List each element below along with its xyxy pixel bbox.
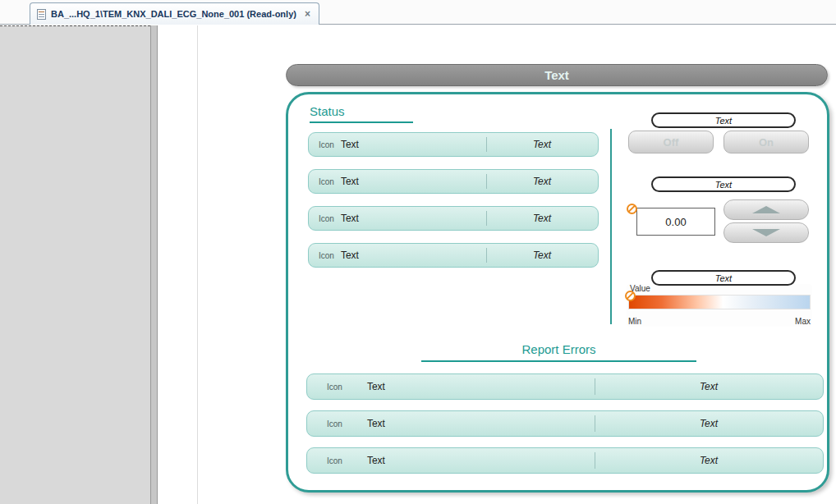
tab-bar: BA_...HQ_1\TEM_KNX_DALI_ECG_None_001 (Re… [0, 0, 836, 25]
up-arrow-icon [752, 206, 780, 213]
status-label: Text [341, 213, 359, 224]
error-icon-placeholder: Icon [327, 383, 342, 392]
error-value: Text [595, 455, 823, 466]
status-row[interactable]: Icon Text Text [308, 206, 599, 231]
down-arrow-icon [752, 229, 780, 236]
status-label: Text [341, 250, 359, 261]
no-entry-icon [627, 204, 637, 214]
template-panel: Status Icon Text Text Icon Text Text Ico… [286, 92, 829, 493]
error-icon-placeholder: Icon [327, 456, 342, 465]
spin-up-button[interactable] [723, 199, 809, 220]
error-label: Text [367, 455, 385, 466]
status-row[interactable]: Icon Text Text [308, 243, 599, 268]
spin-down-button[interactable] [723, 222, 809, 243]
error-row[interactable]: Icon Text Text [306, 373, 824, 400]
error-label: Text [367, 418, 385, 429]
status-heading: Status [310, 104, 345, 118]
report-errors-heading: Report Errors [421, 342, 696, 356]
tab-close-icon[interactable]: × [305, 8, 310, 20]
off-button[interactable]: Off [628, 131, 714, 153]
panel-splitter[interactable] [150, 25, 158, 504]
gradient-bar [628, 295, 811, 309]
template-header: Text [286, 64, 828, 86]
status-label: Text [341, 139, 359, 150]
spinner-value-field[interactable]: 0.00 [636, 208, 715, 236]
gradient-label-pill: Text [651, 270, 796, 286]
spinner-label-pill: Text [651, 176, 796, 192]
error-value: Text [595, 381, 823, 392]
error-label: Text [367, 381, 385, 392]
status-value: Text [486, 139, 598, 150]
status-value: Text [486, 176, 598, 187]
left-panel [0, 25, 150, 504]
status-icon-placeholder: Icon [319, 177, 334, 186]
status-heading-underline [310, 121, 413, 123]
status-label: Text [341, 176, 359, 187]
canvas-margin-line [197, 25, 198, 504]
gradient-max-label: Max [795, 317, 811, 326]
error-row[interactable]: Icon Text Text [306, 447, 824, 474]
switch-label-pill: Text [651, 112, 796, 128]
no-entry-icon [625, 291, 636, 301]
on-button[interactable]: On [723, 131, 809, 153]
gradient-display: Value Min Max [627, 284, 812, 327]
template-title: Text [544, 68, 569, 82]
status-value: Text [486, 213, 598, 224]
status-row[interactable]: Icon Text Text [308, 169, 599, 194]
status-icon-placeholder: Icon [319, 251, 334, 260]
document-tab[interactable]: BA_...HQ_1\TEM_KNX_DALI_ECG_None_001 (Re… [30, 2, 319, 25]
status-value: Text [486, 250, 598, 261]
tab-title: BA_...HQ_1\TEM_KNX_DALI_ECG_None_001 (Re… [51, 9, 296, 19]
document-icon [37, 9, 46, 20]
status-icon-placeholder: Icon [319, 140, 334, 149]
error-row[interactable]: Icon Text Text [306, 410, 824, 437]
status-row[interactable]: Icon Text Text [308, 132, 599, 157]
error-value: Text [595, 418, 823, 429]
status-icon-placeholder: Icon [319, 214, 334, 223]
gradient-min-label: Min [628, 317, 641, 326]
report-errors-underline [421, 360, 696, 362]
vertical-separator [610, 129, 612, 324]
error-icon-placeholder: Icon [327, 419, 342, 428]
